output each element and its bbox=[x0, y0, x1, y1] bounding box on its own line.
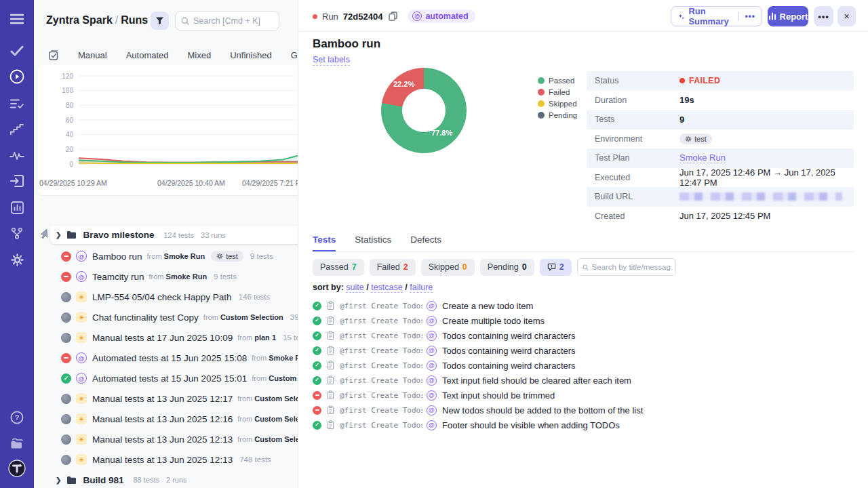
tab-unfinished[interactable]: Unfinished bbox=[220, 50, 281, 60]
tests-search-input[interactable] bbox=[592, 263, 671, 271]
passed-status-icon: ✓ bbox=[313, 317, 321, 325]
runs-icon[interactable] bbox=[0, 68, 34, 85]
test-title[interactable]: New todos should be added to the bottom … bbox=[442, 405, 643, 415]
filter-pending-chip[interactable]: Pending0 bbox=[480, 259, 534, 276]
svg-text:100: 100 bbox=[62, 87, 73, 94]
sort-testcase-link[interactable]: testcase bbox=[371, 283, 403, 293]
test-row[interactable]: @first Create Todos...@New todos should … bbox=[313, 403, 855, 418]
test-title[interactable]: Todos containing weird characters bbox=[442, 346, 576, 356]
test-suite-path[interactable]: @first Create Todos... bbox=[340, 361, 422, 370]
breadcrumb[interactable]: Zyntra Spark/Runs bbox=[46, 14, 148, 26]
test-filters: Passed7 Failed2 Skipped0 Pending0 2 bbox=[313, 258, 676, 276]
legend-failed[interactable]: Failed bbox=[538, 88, 577, 96]
tab-defects[interactable]: Defects bbox=[410, 235, 441, 251]
run-row[interactable]: ✳Chat functinality test Copyfrom Custom … bbox=[34, 307, 298, 327]
filter-button[interactable] bbox=[151, 12, 169, 30]
test-row[interactable]: ✓@first Create Todos...@Create a new tod… bbox=[313, 298, 855, 313]
tab-groups[interactable]: Groups bbox=[281, 50, 298, 60]
import-icon[interactable] bbox=[0, 172, 34, 190]
milestone-folder-row[interactable]: ❯Bravo milestone124 tests33 runs bbox=[50, 226, 298, 244]
run-row[interactable]: ✓@Automated tests at 15 Jun 2025 15:01fr… bbox=[34, 368, 298, 388]
passed-status-icon: ✓ bbox=[313, 376, 321, 385]
pulse-icon[interactable] bbox=[0, 146, 34, 164]
milestones-icon[interactable] bbox=[0, 121, 34, 138]
settings-gear-icon[interactable] bbox=[0, 251, 34, 268]
run-row[interactable]: ✳LMP-554 05/04 check Happy Path146 tests bbox=[34, 287, 298, 307]
set-labels-link[interactable]: Set labels bbox=[313, 55, 350, 66]
legend-skipped[interactable]: Skipped bbox=[538, 100, 577, 108]
sort-failure-link[interactable]: failure bbox=[410, 283, 433, 293]
test-title[interactable]: Footer should be visible when adding TOD… bbox=[442, 420, 620, 430]
logo[interactable] bbox=[0, 460, 34, 477]
build-url-redacted[interactable] bbox=[679, 192, 842, 201]
filter-skipped-chip[interactable]: Skipped0 bbox=[421, 259, 475, 276]
copy-icon[interactable] bbox=[389, 12, 397, 21]
test-suite-path[interactable]: @first Create Todos... bbox=[340, 406, 422, 415]
tab-mixed[interactable]: Mixed bbox=[178, 50, 221, 60]
automated-icon: @ bbox=[427, 316, 437, 326]
runs-search-input[interactable] bbox=[193, 16, 268, 26]
test-title[interactable]: Todos containing weird characters bbox=[442, 361, 576, 371]
tab-automated[interactable]: Automated bbox=[117, 50, 178, 60]
run-row[interactable]: @Automated tests at 15 Jun 2025 15:08fro… bbox=[34, 348, 298, 368]
run-row[interactable]: ✳Manual tests at 13 Jun 2025 12:13748 te… bbox=[34, 449, 298, 470]
close-run-button[interactable]: × bbox=[837, 6, 856, 26]
test-row[interactable]: ✓@first Create Todos...@Todos containing… bbox=[313, 343, 855, 358]
breadcrumb-project[interactable]: Zyntra Spark bbox=[46, 14, 113, 26]
test-row[interactable]: ✓@first Create Todos...@Create multiple … bbox=[313, 313, 855, 328]
test-title[interactable]: Text input field should be cleared after… bbox=[442, 375, 631, 386]
test-suite-path[interactable]: @first Create Todos... bbox=[340, 302, 422, 310]
help-icon[interactable]: ? bbox=[0, 409, 34, 426]
filter-comments-chip[interactable]: 2 bbox=[540, 259, 572, 276]
tests-search[interactable] bbox=[577, 258, 676, 276]
test-row[interactable]: ✓@first Create Todos...@Todos containing… bbox=[313, 358, 855, 373]
test-suite-path[interactable]: @first Create Todos... bbox=[340, 317, 422, 325]
milestone-folder-row[interactable]: ❯Build 98188 tests2 runs bbox=[50, 470, 298, 488]
run-row[interactable]: @Teamcity runfrom Smoke Run9 tests bbox=[34, 266, 298, 287]
tests-icon[interactable] bbox=[0, 42, 34, 60]
tab-manual[interactable]: Manual bbox=[68, 50, 117, 60]
test-plan-link[interactable]: Smoke Run bbox=[679, 152, 726, 163]
sort-suite-link[interactable]: suite bbox=[346, 283, 363, 293]
branches-icon[interactable] bbox=[0, 224, 34, 242]
test-title[interactable]: Todos containing weird characters bbox=[442, 331, 576, 341]
test-suite-path[interactable]: @first Create Todos... bbox=[340, 346, 422, 355]
environment-badge: test bbox=[211, 251, 243, 262]
run-row[interactable]: ✳Manual tests at 13 Jun 2025 12:17from C… bbox=[34, 388, 298, 409]
run-summary-more-button[interactable]: ••• bbox=[738, 12, 762, 21]
test-suite-path[interactable]: @first Create Todos... bbox=[340, 376, 422, 385]
menu-icon[interactable] bbox=[0, 10, 34, 28]
select-all-icon[interactable] bbox=[49, 50, 59, 60]
finished-status-icon bbox=[61, 414, 71, 424]
test-suite-path[interactable]: @first Create Todos... bbox=[340, 331, 422, 340]
environment-badge[interactable]: test bbox=[679, 134, 712, 144]
run-summary-button[interactable]: Run Summary ••• bbox=[671, 6, 762, 26]
report-button[interactable]: Report bbox=[768, 6, 808, 26]
test-suite-path[interactable]: @first Create Todos... bbox=[340, 391, 422, 400]
run-row[interactable]: @Bamboo runfrom Smoke Runtest9 tests bbox=[34, 246, 298, 266]
projects-icon[interactable] bbox=[0, 434, 34, 452]
analytics-icon[interactable] bbox=[0, 199, 34, 216]
test-row[interactable]: ✓@first Create Todos...@Footer should be… bbox=[313, 418, 855, 432]
automated-badge[interactable]: @ automated bbox=[408, 9, 475, 23]
test-title[interactable]: Create a new todo item bbox=[442, 301, 533, 311]
filter-failed-chip[interactable]: Failed2 bbox=[370, 259, 416, 276]
legend-pending[interactable]: Pending bbox=[538, 111, 577, 119]
test-title[interactable]: Create multiple todo items bbox=[442, 316, 545, 326]
test-plans-icon[interactable] bbox=[0, 95, 34, 113]
more-actions-button[interactable]: ••• bbox=[814, 6, 833, 26]
test-row[interactable]: @first Create Todos...@Text input should… bbox=[313, 388, 855, 403]
test-row[interactable]: ✓@first Create Todos...@Todos containing… bbox=[313, 328, 855, 343]
test-row[interactable]: ✓@first Create Todos...@Text input field… bbox=[313, 373, 855, 388]
run-row[interactable]: ✳Manual tests at 13 Jun 2025 12:13from C… bbox=[34, 429, 298, 449]
run-row[interactable]: ✳Manual tests at 17 Jun 2025 10:09from p… bbox=[34, 327, 298, 348]
tab-tests[interactable]: Tests bbox=[313, 235, 336, 251]
test-suite-path[interactable]: @first Create Todos... bbox=[340, 421, 422, 430]
run-row[interactable]: ✳Manual tests at 13 Jun 2025 12:16from C… bbox=[34, 409, 298, 429]
runs-search[interactable] bbox=[175, 11, 279, 30]
tab-statistics[interactable]: Statistics bbox=[355, 235, 391, 251]
legend-passed[interactable]: Passed bbox=[538, 77, 577, 85]
test-title[interactable]: Text input should be trimmed bbox=[442, 390, 555, 401]
runs-history-chart[interactable]: 120100806040200 bbox=[50, 69, 298, 179]
filter-passed-chip[interactable]: Passed7 bbox=[313, 259, 364, 276]
